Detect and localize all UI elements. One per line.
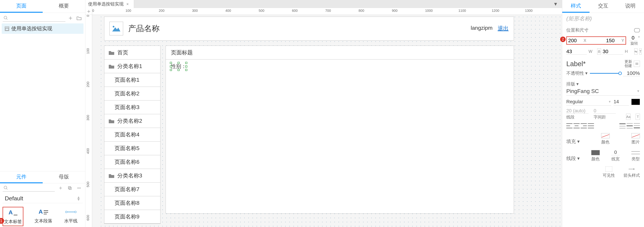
valign-top-button[interactable] — [620, 123, 626, 128]
border-type-select[interactable] — [631, 150, 640, 155]
nav-category[interactable]: 分类名称3 — [104, 169, 160, 182]
nav-page-item[interactable]: 页面名称8 — [104, 196, 160, 210]
widget-text-paragraph[interactable]: A 文本段落 — [34, 208, 52, 225]
tab-style[interactable]: 样式 — [562, 0, 590, 13]
style-manage-icon[interactable] — [634, 61, 640, 67]
align-left-button[interactable] — [566, 123, 572, 128]
pages-search-input[interactable] — [3, 15, 66, 22]
close-icon[interactable]: × — [126, 2, 129, 7]
page-tree-item-label: 使用单选按钮实现 — [11, 25, 52, 32]
canvas-sidebar-nav[interactable]: 首页分类名称1页面名称1页面名称2页面名称3分类名称2页面名称4页面名称5页面名… — [104, 46, 160, 224]
logout-link[interactable]: 退出 — [498, 25, 508, 32]
nav-page-item[interactable]: 页面名称9 — [104, 210, 160, 223]
x-input[interactable] — [568, 38, 584, 43]
nav-page-item[interactable]: 页面名称5 — [104, 142, 160, 155]
widget-text-label[interactable]: A 文本标签 — [4, 208, 22, 225]
opacity-value[interactable]: 100% — [623, 70, 640, 76]
nav-page-item[interactable]: 页面名称1 — [104, 73, 160, 87]
align-right-button[interactable] — [581, 123, 587, 128]
copy-button[interactable] — [66, 185, 73, 191]
align-center-button[interactable] — [574, 123, 580, 128]
widget-horizontal-line[interactable]: 水平线 — [64, 208, 78, 225]
resize-handle-nw[interactable] — [170, 62, 172, 64]
canvas-content-area[interactable]: 页面标题 性别： — [166, 46, 514, 213]
update-create-button[interactable]: 更新 创建 — [624, 60, 632, 68]
nav-page-item[interactable]: 页面名称3 — [104, 101, 160, 114]
font-weight-select[interactable]: Regular ▼ — [566, 98, 611, 106]
visibility-icon[interactable] — [634, 28, 640, 32]
library-select[interactable]: Default ▲▼ — [2, 194, 83, 203]
nav-category[interactable]: 首页 — [104, 46, 160, 60]
selected-text-widget[interactable]: 性别： — [171, 63, 186, 70]
resize-handle-w[interactable] — [170, 66, 172, 68]
nav-category[interactable]: 分类名称2 — [104, 114, 160, 128]
product-title[interactable]: 产品名称 — [128, 23, 160, 34]
canvas[interactable]: 产品名称 langzipm 退出 首页分类名称1页面名称1页面名称2页面名称3分… — [99, 15, 562, 227]
add-folder-button[interactable] — [76, 15, 82, 22]
tab-masters[interactable]: 母版 — [43, 171, 85, 183]
content-title[interactable]: 页面标题 — [166, 46, 514, 60]
valign-bottom-button[interactable] — [634, 123, 640, 128]
tab-notes[interactable]: 说明 — [617, 0, 644, 13]
shape-name-input[interactable]: (矩形名称) — [562, 13, 644, 25]
canvas-header-bar[interactable]: 产品名称 langzipm 退出 — [104, 17, 514, 41]
border-color-swatch[interactable] — [591, 150, 600, 155]
fill-color-swatch[interactable] — [601, 133, 610, 138]
arrow-style-button[interactable] — [628, 166, 635, 172]
file-tab[interactable]: 使用单选按钮实现 × — [85, 0, 134, 8]
ruler-vertical[interactable]: 0100200300400500600 — [85, 15, 92, 227]
border-width-input[interactable]: 0 — [611, 150, 620, 155]
resize-handle-se[interactable] — [185, 69, 187, 71]
more-button[interactable] — [76, 185, 82, 191]
nav-page-item[interactable]: 页面名称2 — [104, 87, 160, 101]
more-typography-icon[interactable]: T — [636, 114, 640, 120]
resize-handle-n[interactable] — [178, 62, 180, 64]
add-library-button[interactable] — [57, 185, 64, 191]
font-weight-value: Regular — [566, 99, 583, 104]
tab-pages[interactable]: 页面 — [0, 0, 43, 13]
flip-h-icon[interactable]: ⇋ — [634, 48, 638, 55]
nav-page-item[interactable]: 页面名称4 — [104, 128, 160, 142]
page-tree-item[interactable]: 使用单选按钮实现 — [2, 24, 84, 34]
line-height-input[interactable] — [566, 108, 588, 114]
username-label[interactable]: langzipm — [471, 25, 492, 32]
nav-page-item[interactable]: 页面名称7 — [104, 182, 160, 196]
font-size-input[interactable]: 14 — [614, 98, 629, 106]
text-rotate-icon[interactable]: T — [639, 48, 642, 55]
slider-knob[interactable] — [618, 72, 622, 75]
opacity-slider[interactable] — [590, 73, 620, 74]
width-input[interactable] — [566, 49, 587, 55]
ruler-tick: 500 — [86, 181, 90, 187]
svg-point-23 — [74, 211, 76, 213]
nav-category[interactable]: 分类名称1 — [104, 60, 160, 73]
height-input[interactable] — [603, 49, 623, 55]
chevron-down-icon: ▼ — [608, 100, 611, 104]
lock-aspect-icon[interactable] — [597, 48, 601, 55]
resize-handle-ne[interactable] — [185, 62, 187, 64]
tab-widgets[interactable]: 元件 — [0, 171, 43, 183]
style-name[interactable]: Label* — [566, 60, 586, 68]
tabbar-dropdown[interactable]: ▼ — [551, 1, 560, 7]
align-justify-button[interactable] — [588, 123, 594, 128]
tab-interactions[interactable]: 交互 — [590, 0, 617, 13]
nav-page-item[interactable]: 页面名称6 — [104, 155, 160, 169]
resize-handle-s[interactable] — [178, 69, 180, 71]
resize-handle-sw[interactable] — [170, 69, 172, 71]
font-family-select[interactable]: PingFang SC ▼ — [566, 87, 640, 96]
border-width-label: 线宽 — [612, 156, 620, 162]
fill-image-swatch[interactable] — [631, 133, 640, 138]
valign-middle-button[interactable] — [626, 123, 633, 128]
ruler-corner[interactable] — [85, 8, 92, 15]
text-case-icon[interactable]: Aa — [626, 114, 630, 120]
logo-placeholder-icon[interactable] — [110, 22, 123, 35]
y-input[interactable] — [606, 38, 622, 43]
add-page-button[interactable] — [67, 15, 74, 22]
letter-spacing-input[interactable] — [594, 108, 616, 114]
font-color-swatch[interactable] — [631, 99, 640, 105]
resize-handle-e[interactable] — [185, 66, 187, 68]
widgets-search-input[interactable] — [3, 184, 55, 192]
rotation-input[interactable] — [629, 35, 637, 41]
tab-outline[interactable]: 概要 — [43, 0, 85, 13]
ruler-horizontal[interactable]: 0100200300400500600700800900100011001200… — [92, 8, 562, 15]
border-visibility-icon[interactable] — [606, 166, 612, 172]
